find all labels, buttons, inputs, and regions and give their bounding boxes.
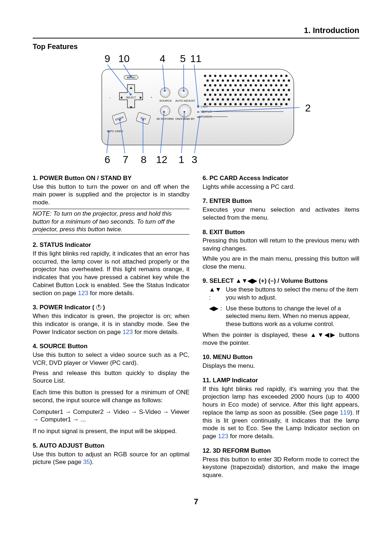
item-4-title: 4. SOURCE Button [33, 342, 189, 350]
svg-point-55 [207, 89, 209, 91]
callout-4: 4 [160, 52, 166, 65]
item-12-title: 12. 3D REFORM Button [203, 447, 359, 455]
link-123-b[interactable]: 123 [123, 329, 133, 335]
svg-point-116 [255, 103, 257, 105]
callout-12: 12 [156, 153, 167, 166]
item-3-title: 3. POWER Indicator ( ) [33, 304, 189, 311]
item-4: 4. SOURCE Button Use this button to sele… [33, 342, 189, 435]
minus-label: – [109, 96, 111, 99]
svg-point-42 [224, 84, 226, 86]
link-119[interactable]: 119 [340, 409, 350, 416]
auto-adjust-button-icon [178, 87, 188, 98]
svg-point-122 [285, 103, 287, 105]
item-4-seq: Computer1 → Computer2 → Video → S-Video … [33, 408, 189, 424]
power-label: POWER [201, 115, 212, 119]
item-6-title: 6. PC CARD Access Indicator [203, 174, 359, 182]
item-1-title: 1. POWER Button ON / STAND BY [33, 174, 189, 182]
svg-point-35 [278, 80, 280, 82]
svg-point-17 [270, 75, 272, 77]
svg-point-25 [227, 80, 229, 82]
status-label: STATUS [201, 110, 212, 114]
svg-point-65 [257, 89, 260, 91]
svg-point-71 [288, 89, 290, 91]
svg-point-84 [265, 94, 267, 96]
power-led-icon [197, 117, 199, 118]
svg-point-96 [242, 98, 244, 101]
auto-adjust-label: AUTO ADJUST [175, 99, 195, 103]
item-11: 11. LAMP Indicator If this light blinks … [203, 376, 359, 440]
callout-6: 6 [105, 153, 110, 166]
callout-10: 10 [118, 52, 130, 65]
chapter-header: 1. Introduction [33, 25, 359, 36]
svg-point-120 [275, 103, 277, 105]
svg-point-32 [262, 80, 265, 82]
svg-point-68 [273, 89, 275, 91]
content-columns: 1. POWER Button ON / STAND BY Use this b… [33, 174, 359, 486]
svg-point-39 [209, 84, 211, 86]
svg-point-49 [260, 84, 262, 86]
svg-point-60 [232, 89, 234, 91]
item-9-title: 9. SELECT ▲▼◀▶ (+) (–) / Volume Buttons [203, 277, 359, 285]
svg-point-26 [232, 80, 234, 82]
svg-point-13 [250, 75, 252, 77]
status-led-icon [197, 111, 199, 113]
svg-point-64 [252, 89, 254, 91]
svg-point-98 [252, 98, 254, 101]
svg-point-112 [234, 103, 237, 105]
leftright-icon: ◀▶ : [209, 305, 222, 328]
item-8-p1: Pressing this button will return to the … [203, 237, 359, 253]
callout-5: 5 [180, 52, 186, 65]
svg-point-69 [278, 89, 280, 91]
svg-point-7 [219, 75, 221, 77]
svg-point-30 [252, 80, 254, 82]
power-button-icon [178, 104, 191, 117]
section-title: Top Features [33, 42, 359, 52]
item-4-p1: Use this button to select a video source… [33, 351, 189, 367]
menu-label: MENU [124, 75, 138, 80]
header-rule [33, 38, 359, 38]
svg-point-61 [237, 89, 239, 91]
svg-point-16 [265, 75, 267, 77]
callout-11: 11 [190, 52, 201, 65]
svg-point-58 [222, 89, 224, 91]
reform-label: 3D REFORM [156, 117, 173, 121]
lamp-led-icon [197, 106, 199, 107]
item-3: 3. POWER Indicator ( ) When this indicat… [33, 304, 189, 336]
item-2: 2. STATUS Indicator If this light blinks… [33, 241, 189, 297]
link-35[interactable]: 35 [83, 459, 90, 465]
item-10-title: 10. MENU Button [203, 353, 359, 361]
svg-point-118 [265, 103, 267, 105]
svg-point-52 [275, 84, 277, 86]
svg-point-100 [262, 98, 265, 101]
svg-point-44 [234, 84, 237, 86]
link-123-c[interactable]: 123 [218, 433, 228, 440]
callout-2: 2 [305, 102, 311, 115]
svg-point-90 [212, 98, 214, 101]
item-10: 10. MENU Button Displays the menu. [203, 353, 359, 370]
svg-point-10 [234, 75, 237, 77]
svg-point-63 [247, 89, 249, 91]
svg-point-111 [229, 103, 232, 105]
select-label: SELECT [126, 96, 136, 99]
item-9-after: When the pointer is displayed, these ▲▼◀… [203, 331, 359, 347]
svg-point-40 [214, 84, 216, 86]
item-1: 1. POWER Button ON / STAND BY Use this b… [33, 174, 189, 235]
link-123-a[interactable]: 123 [78, 290, 88, 297]
svg-point-15 [260, 75, 262, 77]
item-1-note: NOTE: To turn on the projector, press an… [33, 209, 189, 235]
item-9-row1-text: Use these buttons to select the menu of … [226, 286, 359, 302]
source-button-icon [160, 87, 170, 98]
svg-point-110 [224, 103, 226, 105]
item-4-p3: Each time this button is pressed for a m… [33, 388, 189, 404]
item-9-row2-text: Use these buttons to change the level of… [226, 305, 359, 328]
svg-point-83 [260, 94, 262, 96]
item-10-body: Displays the menu. [203, 362, 359, 370]
svg-point-81 [250, 94, 252, 96]
svg-point-19 [280, 75, 282, 77]
svg-point-41 [219, 84, 221, 86]
svg-point-56 [212, 89, 214, 91]
svg-point-4 [204, 75, 206, 77]
svg-point-119 [270, 103, 272, 105]
svg-point-36 [283, 80, 285, 82]
onstandby-label: ON/STAND BY [175, 117, 195, 121]
